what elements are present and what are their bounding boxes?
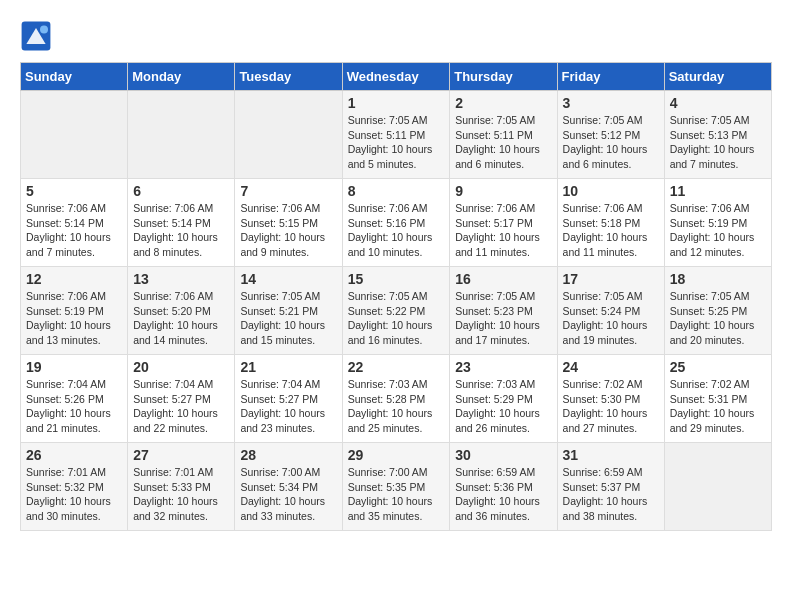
day-info: Sunrise: 7:04 AM Sunset: 5:27 PM Dayligh…: [240, 377, 336, 436]
day-info: Sunrise: 7:02 AM Sunset: 5:30 PM Dayligh…: [563, 377, 659, 436]
calendar-cell: 6Sunrise: 7:06 AM Sunset: 5:14 PM Daylig…: [128, 179, 235, 267]
column-header-saturday: Saturday: [664, 63, 771, 91]
week-row-1: 1Sunrise: 7:05 AM Sunset: 5:11 PM Daylig…: [21, 91, 772, 179]
day-number: 28: [240, 447, 336, 463]
week-row-2: 5Sunrise: 7:06 AM Sunset: 5:14 PM Daylig…: [21, 179, 772, 267]
calendar-cell: 23Sunrise: 7:03 AM Sunset: 5:29 PM Dayli…: [450, 355, 557, 443]
day-number: 7: [240, 183, 336, 199]
day-info: Sunrise: 6:59 AM Sunset: 5:37 PM Dayligh…: [563, 465, 659, 524]
day-info: Sunrise: 7:06 AM Sunset: 5:20 PM Dayligh…: [133, 289, 229, 348]
calendar-cell: 10Sunrise: 7:06 AM Sunset: 5:18 PM Dayli…: [557, 179, 664, 267]
calendar-cell: 13Sunrise: 7:06 AM Sunset: 5:20 PM Dayli…: [128, 267, 235, 355]
calendar-cell: 3Sunrise: 7:05 AM Sunset: 5:12 PM Daylig…: [557, 91, 664, 179]
calendar-cell: 18Sunrise: 7:05 AM Sunset: 5:25 PM Dayli…: [664, 267, 771, 355]
day-number: 26: [26, 447, 122, 463]
day-info: Sunrise: 7:06 AM Sunset: 5:14 PM Dayligh…: [133, 201, 229, 260]
day-number: 2: [455, 95, 551, 111]
logo: [20, 20, 56, 52]
week-row-3: 12Sunrise: 7:06 AM Sunset: 5:19 PM Dayli…: [21, 267, 772, 355]
day-info: Sunrise: 7:03 AM Sunset: 5:29 PM Dayligh…: [455, 377, 551, 436]
calendar-cell: 5Sunrise: 7:06 AM Sunset: 5:14 PM Daylig…: [21, 179, 128, 267]
day-info: Sunrise: 7:05 AM Sunset: 5:11 PM Dayligh…: [455, 113, 551, 172]
day-number: 11: [670, 183, 766, 199]
calendar-cell: 25Sunrise: 7:02 AM Sunset: 5:31 PM Dayli…: [664, 355, 771, 443]
calendar-cell: 28Sunrise: 7:00 AM Sunset: 5:34 PM Dayli…: [235, 443, 342, 531]
day-number: 14: [240, 271, 336, 287]
calendar-cell: 27Sunrise: 7:01 AM Sunset: 5:33 PM Dayli…: [128, 443, 235, 531]
calendar-cell: [235, 91, 342, 179]
day-info: Sunrise: 7:06 AM Sunset: 5:14 PM Dayligh…: [26, 201, 122, 260]
day-info: Sunrise: 7:04 AM Sunset: 5:26 PM Dayligh…: [26, 377, 122, 436]
calendar-cell: 21Sunrise: 7:04 AM Sunset: 5:27 PM Dayli…: [235, 355, 342, 443]
calendar-body: 1Sunrise: 7:05 AM Sunset: 5:11 PM Daylig…: [21, 91, 772, 531]
calendar-cell: 26Sunrise: 7:01 AM Sunset: 5:32 PM Dayli…: [21, 443, 128, 531]
calendar-cell: 4Sunrise: 7:05 AM Sunset: 5:13 PM Daylig…: [664, 91, 771, 179]
week-row-5: 26Sunrise: 7:01 AM Sunset: 5:32 PM Dayli…: [21, 443, 772, 531]
calendar-cell: 24Sunrise: 7:02 AM Sunset: 5:30 PM Dayli…: [557, 355, 664, 443]
calendar-cell: 31Sunrise: 6:59 AM Sunset: 5:37 PM Dayli…: [557, 443, 664, 531]
calendar-cell: 20Sunrise: 7:04 AM Sunset: 5:27 PM Dayli…: [128, 355, 235, 443]
calendar-cell: 14Sunrise: 7:05 AM Sunset: 5:21 PM Dayli…: [235, 267, 342, 355]
day-info: Sunrise: 7:05 AM Sunset: 5:11 PM Dayligh…: [348, 113, 445, 172]
day-info: Sunrise: 7:06 AM Sunset: 5:16 PM Dayligh…: [348, 201, 445, 260]
calendar-cell: [664, 443, 771, 531]
day-info: Sunrise: 7:06 AM Sunset: 5:19 PM Dayligh…: [26, 289, 122, 348]
day-info: Sunrise: 7:00 AM Sunset: 5:35 PM Dayligh…: [348, 465, 445, 524]
day-number: 17: [563, 271, 659, 287]
calendar-table: SundayMondayTuesdayWednesdayThursdayFrid…: [20, 62, 772, 531]
day-number: 1: [348, 95, 445, 111]
column-header-tuesday: Tuesday: [235, 63, 342, 91]
day-info: Sunrise: 7:00 AM Sunset: 5:34 PM Dayligh…: [240, 465, 336, 524]
day-info: Sunrise: 7:05 AM Sunset: 5:25 PM Dayligh…: [670, 289, 766, 348]
day-number: 9: [455, 183, 551, 199]
day-number: 31: [563, 447, 659, 463]
calendar-cell: 8Sunrise: 7:06 AM Sunset: 5:16 PM Daylig…: [342, 179, 450, 267]
logo-icon: [20, 20, 52, 52]
calendar-cell: [21, 91, 128, 179]
column-header-sunday: Sunday: [21, 63, 128, 91]
day-number: 21: [240, 359, 336, 375]
day-number: 3: [563, 95, 659, 111]
week-row-4: 19Sunrise: 7:04 AM Sunset: 5:26 PM Dayli…: [21, 355, 772, 443]
calendar-cell: 9Sunrise: 7:06 AM Sunset: 5:17 PM Daylig…: [450, 179, 557, 267]
day-number: 10: [563, 183, 659, 199]
day-info: Sunrise: 7:02 AM Sunset: 5:31 PM Dayligh…: [670, 377, 766, 436]
calendar-cell: 17Sunrise: 7:05 AM Sunset: 5:24 PM Dayli…: [557, 267, 664, 355]
calendar-cell: 16Sunrise: 7:05 AM Sunset: 5:23 PM Dayli…: [450, 267, 557, 355]
calendar-cell: 29Sunrise: 7:00 AM Sunset: 5:35 PM Dayli…: [342, 443, 450, 531]
page-header: [20, 20, 772, 52]
column-header-monday: Monday: [128, 63, 235, 91]
day-info: Sunrise: 7:03 AM Sunset: 5:28 PM Dayligh…: [348, 377, 445, 436]
calendar-cell: 12Sunrise: 7:06 AM Sunset: 5:19 PM Dayli…: [21, 267, 128, 355]
day-info: Sunrise: 7:06 AM Sunset: 5:18 PM Dayligh…: [563, 201, 659, 260]
day-number: 12: [26, 271, 122, 287]
day-number: 6: [133, 183, 229, 199]
calendar-cell: 30Sunrise: 6:59 AM Sunset: 5:36 PM Dayli…: [450, 443, 557, 531]
column-header-wednesday: Wednesday: [342, 63, 450, 91]
day-info: Sunrise: 7:01 AM Sunset: 5:32 PM Dayligh…: [26, 465, 122, 524]
day-number: 29: [348, 447, 445, 463]
day-number: 20: [133, 359, 229, 375]
calendar-cell: 22Sunrise: 7:03 AM Sunset: 5:28 PM Dayli…: [342, 355, 450, 443]
day-number: 13: [133, 271, 229, 287]
day-info: Sunrise: 7:05 AM Sunset: 5:13 PM Dayligh…: [670, 113, 766, 172]
column-header-friday: Friday: [557, 63, 664, 91]
day-number: 19: [26, 359, 122, 375]
calendar-cell: 1Sunrise: 7:05 AM Sunset: 5:11 PM Daylig…: [342, 91, 450, 179]
day-info: Sunrise: 7:05 AM Sunset: 5:23 PM Dayligh…: [455, 289, 551, 348]
day-number: 22: [348, 359, 445, 375]
calendar-cell: 15Sunrise: 7:05 AM Sunset: 5:22 PM Dayli…: [342, 267, 450, 355]
day-info: Sunrise: 7:05 AM Sunset: 5:22 PM Dayligh…: [348, 289, 445, 348]
day-info: Sunrise: 7:01 AM Sunset: 5:33 PM Dayligh…: [133, 465, 229, 524]
day-info: Sunrise: 7:04 AM Sunset: 5:27 PM Dayligh…: [133, 377, 229, 436]
day-number: 24: [563, 359, 659, 375]
calendar-cell: 11Sunrise: 7:06 AM Sunset: 5:19 PM Dayli…: [664, 179, 771, 267]
day-info: Sunrise: 7:05 AM Sunset: 5:21 PM Dayligh…: [240, 289, 336, 348]
day-info: Sunrise: 7:06 AM Sunset: 5:15 PM Dayligh…: [240, 201, 336, 260]
calendar-cell: [128, 91, 235, 179]
svg-point-2: [40, 26, 48, 34]
day-number: 23: [455, 359, 551, 375]
day-number: 25: [670, 359, 766, 375]
day-number: 8: [348, 183, 445, 199]
day-number: 5: [26, 183, 122, 199]
